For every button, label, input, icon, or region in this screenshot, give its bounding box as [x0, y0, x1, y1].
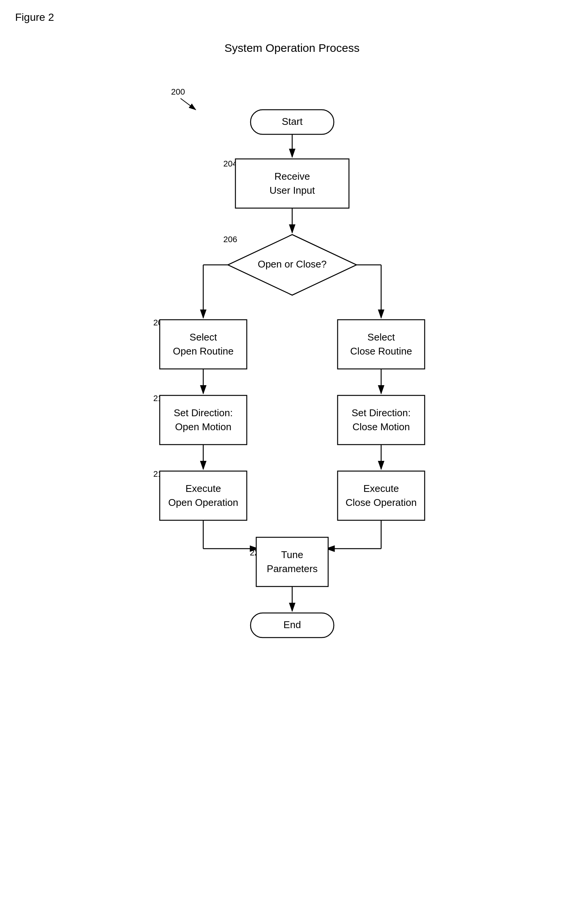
svg-rect-19: [160, 320, 247, 369]
svg-text:200: 200: [171, 87, 185, 96]
svg-text:Set Direction:: Set Direction:: [173, 407, 233, 419]
svg-text:Execute: Execute: [363, 483, 399, 494]
svg-rect-29: [160, 395, 247, 445]
svg-text:Open Operation: Open Operation: [168, 497, 238, 508]
svg-text:Close Motion: Close Motion: [352, 421, 410, 432]
svg-text:User Input: User Input: [269, 185, 315, 196]
figure-label: Figure 2: [15, 12, 54, 23]
svg-rect-33: [338, 395, 425, 445]
svg-rect-51: [256, 537, 328, 586]
svg-rect-23: [338, 320, 425, 369]
flowchart: 200 202 Start 204 Receive User Input 206…: [122, 61, 462, 894]
svg-text:Start: Start: [282, 116, 303, 127]
svg-text:End: End: [283, 619, 300, 630]
svg-rect-39: [160, 471, 247, 520]
svg-text:Close Routine: Close Routine: [350, 345, 412, 357]
svg-text:Receive: Receive: [274, 171, 310, 182]
page-title: System Operation Process: [224, 41, 360, 54]
svg-text:Tune: Tune: [281, 549, 303, 560]
svg-text:206: 206: [223, 234, 237, 244]
svg-rect-43: [338, 471, 425, 520]
svg-text:Select: Select: [367, 332, 395, 343]
svg-text:Open Motion: Open Motion: [175, 421, 231, 432]
svg-text:Set Direction:: Set Direction:: [351, 407, 410, 419]
svg-text:Open Routine: Open Routine: [173, 345, 233, 357]
svg-text:Open or Close?: Open or Close?: [257, 258, 326, 270]
svg-text:Parameters: Parameters: [266, 563, 317, 574]
svg-text:Execute: Execute: [185, 483, 221, 494]
svg-text:Close Operation: Close Operation: [346, 497, 417, 508]
svg-text:Select: Select: [189, 332, 217, 343]
svg-rect-7: [236, 159, 349, 208]
